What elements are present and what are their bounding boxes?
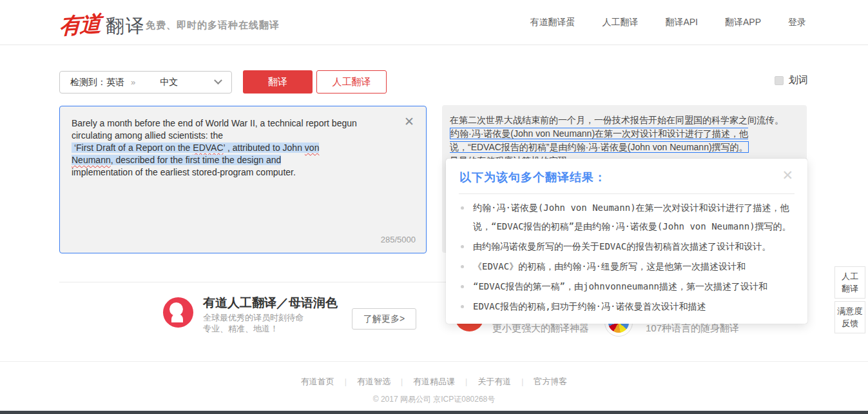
word-select-control: 划词 xyxy=(775,74,808,86)
youdao-logo[interactable]: 有道翻译 xyxy=(59,10,146,40)
source-text-segment: implementation of the earliest stored-pr… xyxy=(72,167,296,177)
translation-option[interactable]: 约翰·冯·诺依曼(John von Neumann)在第一次对设计和设计进行了描… xyxy=(446,199,807,236)
source-text-input[interactable]: Barely a month before the end of World W… xyxy=(72,117,412,179)
top-nav: 有道翻译蛋人工翻译翻译API翻译APP登录 xyxy=(503,0,806,45)
result-highlighted-sentence[interactable]: 约翰·冯·诺依曼(John von Neumann)在第一次对设计和设计进行了描… xyxy=(450,128,749,153)
promo-human-title: 有道人工翻译／母语润色 xyxy=(203,295,338,311)
source-text-segment: EDVAC xyxy=(193,143,223,153)
footer-link[interactable]: 关于有道 xyxy=(455,377,511,386)
footer-link[interactable]: 有道首页 xyxy=(301,377,334,386)
translation-options-list: 约翰·冯·诺依曼(John von Neumann)在第一次对设计和设计进行了描… xyxy=(446,199,807,317)
footer-link[interactable]: 有道智选 xyxy=(334,377,391,386)
source-text-segment: ’ , attributed to John xyxy=(224,143,305,153)
page: 有道翻译 免费、即时的多语种在线翻译 有道翻译蛋人工翻译翻译API翻译APP登录… xyxy=(0,0,868,414)
translate-button[interactable]: 翻译 xyxy=(243,70,313,94)
detected-language-label: 检测到：英语 xyxy=(70,77,124,88)
clear-source-icon[interactable]: ✕ xyxy=(404,114,414,129)
floater-human-line1: 人工 xyxy=(835,270,865,282)
nav-item[interactable]: 登录 xyxy=(788,17,806,28)
translation-option[interactable]: 《EDVAC》的初稿，由约翰·冯·纽曼所写，这是他第一次描述设计和 xyxy=(446,257,807,276)
promo-translator-caption: 107种语言的随身翻译 xyxy=(646,322,739,335)
popup-title: 以下为该句多个翻译结果： xyxy=(459,170,606,185)
promo-human-subtitle-1: 全球最优秀的译员时刻待命 xyxy=(203,312,304,324)
result-sentence-1: 在第二次世界大战结束前的一个月，一份技术报告开始在同盟国的科学家之间流传。 xyxy=(450,115,784,125)
floater-feedback-line1: 满意度 xyxy=(835,305,865,317)
nav-item[interactable]: 人工翻译 xyxy=(602,17,638,28)
word-select-checkbox[interactable] xyxy=(775,76,784,85)
logo-youdao-text: 有道 xyxy=(59,9,101,42)
source-text-panel: Barely a month before the end of World W… xyxy=(59,106,427,253)
language-selector[interactable]: 检测到：英语 » 中文 xyxy=(59,71,232,94)
footer-link[interactable]: 有道精品课 xyxy=(391,377,455,386)
word-select-label: 划词 xyxy=(789,74,808,86)
learn-more-button[interactable]: 了解更多> xyxy=(352,308,416,330)
char-counter: 285/5000 xyxy=(381,235,416,244)
source-text-segment: Neumann xyxy=(72,155,111,165)
lang-direction-arrow: » xyxy=(131,77,135,87)
source-text-segment: ‘First Draft of a Report on the xyxy=(72,143,193,153)
chevron-down-icon xyxy=(214,76,222,84)
nav-item[interactable]: 翻译API xyxy=(665,17,698,28)
promo-human-subtitle-2: 专业、精准、地道！ xyxy=(203,323,278,335)
logo-fanyi-text: 翻译 xyxy=(106,14,146,39)
footer-links: 有道首页有道智选有道精品课关于有道官方博客 xyxy=(0,375,868,388)
multi-translation-popup: 以下为该句多个翻译结果： ✕ 约翰·冯·诺依曼(John von Neumann… xyxy=(446,159,807,324)
translation-option[interactable]: 由约翰冯诺依曼所写的一份关于EDVAC的报告初稿首次描述了设计和设计。 xyxy=(446,237,807,256)
target-language-label: 中文 xyxy=(160,77,178,88)
source-text-segment: , described for the first time the desig… xyxy=(111,155,282,165)
floater-feedback-line2: 反馈 xyxy=(835,317,865,330)
source-text-segment: von xyxy=(305,143,320,153)
human-translation-logo-icon xyxy=(163,297,193,328)
floating-feedback-button[interactable]: 满意度反馈 xyxy=(834,301,865,333)
floater-human-line2: 翻译 xyxy=(835,282,865,295)
floating-human-translate-button[interactable]: 人工翻译 xyxy=(834,266,865,299)
header: 有道翻译 免费、即时的多语种在线翻译 有道翻译蛋人工翻译翻译API翻译APP登录 xyxy=(0,0,868,45)
promo-dict-caption: 更小更强大的翻译神器 xyxy=(492,322,589,335)
popup-close-icon[interactable]: ✕ xyxy=(782,168,793,183)
translation-option[interactable]: “EDVAC报告的第一稿”，由johnvonneumann描述，第一次描述了设计… xyxy=(446,277,807,296)
footer-divider xyxy=(0,361,868,362)
source-text-segment: Barely a month before the end of World W… xyxy=(72,118,357,141)
human-translate-button[interactable]: 人工翻译 xyxy=(316,70,387,94)
copyright: © 2017 网易公司 京ICP证080268号 xyxy=(0,394,868,405)
translation-option[interactable]: EDVAC报告的初稿,归功于约翰·冯·诺依曼首次设计和描述 xyxy=(446,297,807,316)
popup-divider xyxy=(459,193,795,194)
footer-link[interactable]: 官方博客 xyxy=(511,377,567,386)
bottom-bar xyxy=(0,411,868,414)
nav-item[interactable]: 翻译APP xyxy=(725,17,761,28)
nav-item[interactable]: 有道翻译蛋 xyxy=(530,17,575,28)
tagline: 免费、即时的多语种在线翻译 xyxy=(146,19,280,32)
